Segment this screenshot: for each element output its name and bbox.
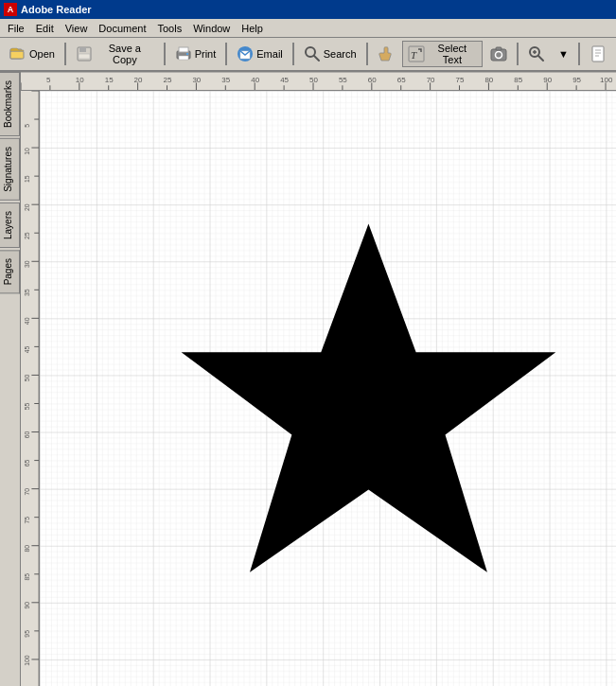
grid-area[interactable] — [40, 91, 616, 686]
svg-text:50: 50 — [25, 374, 31, 381]
svg-text:90: 90 — [543, 77, 553, 85]
separator-3 — [225, 43, 227, 65]
page-icon — [590, 45, 607, 62]
search-button[interactable]: Search — [298, 41, 362, 67]
svg-text:45: 45 — [25, 345, 31, 353]
svg-text:20: 20 — [25, 203, 31, 211]
ruler-left: 5 10 15 20 25 30 — [21, 91, 40, 686]
zoom-in-icon — [528, 45, 545, 62]
svg-rect-7 — [179, 56, 188, 60]
svg-text:60: 60 — [368, 77, 378, 85]
svg-text:75: 75 — [456, 77, 465, 85]
svg-rect-6 — [179, 47, 188, 52]
svg-text:100: 100 — [600, 77, 613, 85]
svg-line-11 — [314, 56, 319, 61]
svg-text:40: 40 — [25, 317, 31, 325]
chevron-down-icon: ▼ — [558, 48, 569, 60]
print-button[interactable]: Print — [169, 41, 222, 67]
svg-point-8 — [186, 53, 188, 55]
print-label: Print — [195, 48, 217, 60]
pages-tab[interactable]: Pages — [0, 250, 20, 293]
svg-text:10: 10 — [76, 77, 85, 85]
bookmarks-tab[interactable]: Bookmarks — [0, 72, 20, 136]
svg-text:50: 50 — [309, 77, 319, 85]
svg-text:75: 75 — [25, 517, 31, 524]
save-copy-label: Save a Copy — [96, 43, 154, 65]
hand-tool-button[interactable] — [372, 41, 400, 67]
svg-text:45: 45 — [280, 77, 289, 85]
menu-help[interactable]: Help — [236, 21, 269, 36]
search-icon — [304, 45, 321, 62]
zoom-in-button[interactable] — [522, 41, 551, 67]
search-label: Search — [324, 48, 357, 60]
separator-1 — [64, 43, 66, 65]
svg-rect-4 — [79, 54, 90, 59]
app-icon: A — [4, 3, 17, 16]
svg-text:30: 30 — [25, 260, 31, 268]
svg-text:95: 95 — [25, 630, 31, 638]
svg-text:20: 20 — [134, 77, 144, 85]
open-icon — [9, 45, 26, 62]
side-panel: Bookmarks Signatures Layers Pages — [0, 72, 21, 686]
page-nav-button[interactable] — [584, 41, 612, 67]
svg-text:40: 40 — [251, 77, 260, 85]
svg-text:25: 25 — [25, 232, 31, 239]
svg-text:70: 70 — [427, 77, 436, 85]
menu-view[interactable]: View — [60, 21, 94, 36]
menu-window[interactable]: Window — [187, 21, 236, 36]
svg-text:55: 55 — [339, 77, 347, 85]
menu-file[interactable]: File — [2, 21, 30, 36]
svg-text:35: 35 — [25, 289, 31, 296]
svg-rect-16 — [496, 47, 502, 50]
doc-area[interactable]: 5 10 15 20 25 30 — [21, 72, 616, 686]
menu-bar: File Edit View Document Tools Window Hel… — [0, 19, 616, 38]
svg-rect-21 — [592, 46, 604, 62]
svg-text:80: 80 — [25, 545, 31, 553]
svg-text:65: 65 — [25, 460, 31, 467]
separator-2 — [164, 43, 166, 65]
snapshot-button[interactable] — [484, 41, 513, 67]
svg-text:5: 5 — [25, 124, 31, 128]
svg-text:5: 5 — [46, 77, 50, 85]
open-label: Open — [29, 48, 55, 60]
signatures-tab[interactable]: Signatures — [0, 138, 20, 201]
svg-text:70: 70 — [25, 488, 31, 496]
svg-text:25: 25 — [164, 77, 172, 85]
zoom-dropdown-button[interactable]: ▼ — [553, 41, 574, 67]
menu-tools[interactable]: Tools — [152, 21, 188, 36]
app-title: Adobe Reader — [21, 4, 92, 15]
svg-text:65: 65 — [397, 77, 406, 85]
snapshot-icon — [490, 45, 507, 62]
print-icon — [175, 45, 192, 62]
svg-line-18 — [538, 56, 543, 61]
toolbar: Open Save a Copy Print — [0, 38, 616, 72]
svg-text:T: T — [411, 49, 417, 61]
email-icon — [237, 45, 254, 62]
separator-4 — [292, 43, 294, 65]
email-button[interactable]: Email — [231, 41, 289, 67]
svg-text:80: 80 — [484, 77, 494, 85]
separator-7 — [578, 43, 580, 65]
svg-text:15: 15 — [105, 77, 114, 85]
layers-tab[interactable]: Layers — [0, 202, 20, 248]
svg-text:55: 55 — [25, 402, 31, 410]
svg-text:60: 60 — [25, 431, 31, 439]
svg-text:100: 100 — [25, 655, 31, 666]
menu-document[interactable]: Document — [93, 21, 151, 36]
menu-edit[interactable]: Edit — [30, 21, 60, 36]
svg-text:90: 90 — [25, 602, 31, 609]
select-text-label: Select Text — [428, 43, 478, 65]
svg-text:15: 15 — [25, 175, 31, 183]
svg-rect-3 — [79, 47, 86, 52]
email-label: Email — [256, 48, 283, 60]
svg-text:10: 10 — [25, 148, 31, 155]
select-text-button[interactable]: T Select Text — [402, 41, 484, 67]
save-icon — [76, 45, 93, 62]
svg-text:85: 85 — [514, 77, 522, 85]
ruler-top: 5 10 15 20 25 30 — [21, 72, 616, 91]
svg-text:95: 95 — [572, 77, 581, 85]
save-copy-button[interactable]: Save a Copy — [70, 41, 160, 67]
open-button[interactable]: Open — [4, 41, 61, 67]
main-area: Bookmarks Signatures Layers Pages 5 — [0, 72, 616, 686]
separator-5 — [366, 43, 368, 65]
